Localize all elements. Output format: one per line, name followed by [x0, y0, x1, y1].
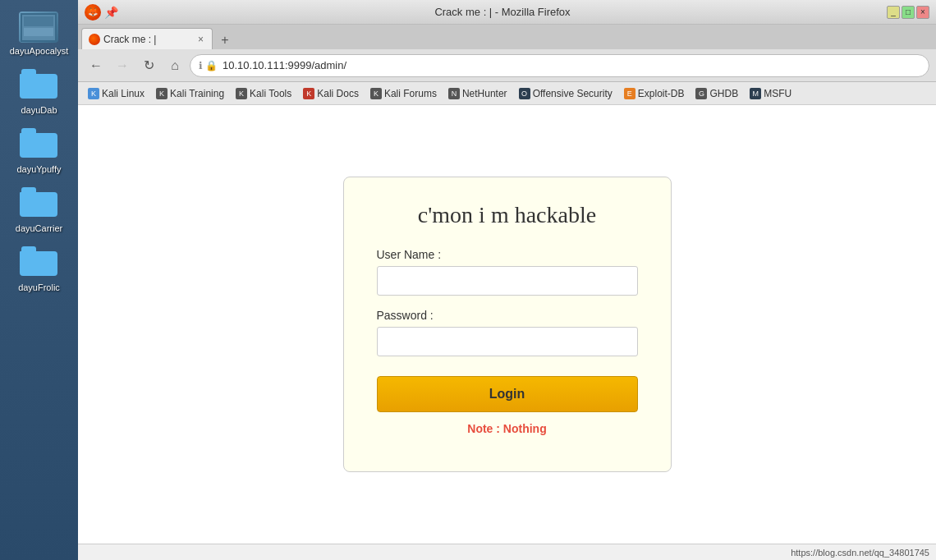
- bookmark-favicon-msfu: M: [750, 88, 761, 99]
- desktop-icon-label-apocalyst: dayuApocalyst: [10, 46, 69, 56]
- address-bar[interactable]: ℹ 🔒 10.10.10.111:9999/admin/: [190, 54, 929, 77]
- status-bar: https://blog.csdn.net/qq_34801745: [78, 544, 936, 560]
- desktop-icon-dab[interactable]: dayuDab: [16, 66, 62, 118]
- login-container: c'mon i m hackable User Name : Password …: [343, 177, 672, 472]
- title-bar-icons: 🦊 📌: [85, 4, 118, 21]
- bookmark-label-kali-linux: Kali Linux: [102, 88, 145, 99]
- bookmark-favicon-kali-tools: K: [236, 88, 247, 99]
- bookmark-label-msfu: MSFU: [764, 88, 791, 99]
- bookmark-nethunter[interactable]: N NetHunter: [443, 86, 512, 101]
- bookmark-kali-linux[interactable]: K Kali Linux: [83, 86, 149, 101]
- folder-dab: [20, 69, 59, 102]
- bookmark-favicon-kali-training: K: [156, 88, 167, 99]
- login-title: c'mon i m hackable: [418, 202, 596, 228]
- browser-tab-active[interactable]: Crack me : | ×: [81, 28, 213, 49]
- username-input[interactable]: [377, 266, 638, 296]
- url-display: 10.10.10.111:9999/admin/: [223, 59, 346, 71]
- bookmark-label-ghdb: GHDB: [709, 88, 738, 99]
- title-bar-text: Crack me : | - Mozilla Firefox: [125, 6, 880, 18]
- bookmark-favicon-offsec: O: [519, 88, 530, 99]
- bookmark-kali-training[interactable]: K Kali Training: [151, 86, 229, 101]
- title-bar-controls: _ □ ×: [887, 6, 929, 19]
- title-bar: 🦊 📌 Crack me : | - Mozilla Firefox _ □ ×: [78, 0, 936, 25]
- desktop-icon-carrier[interactable]: dayuCarrier: [12, 184, 66, 236]
- lock-icon: 🔒: [205, 60, 218, 71]
- folder-frolic: [20, 246, 59, 279]
- bookmark-offensive-security[interactable]: O Offensive Security: [514, 86, 617, 101]
- bookmark-label-kali-training: Kali Training: [170, 88, 224, 99]
- desktop-icon-label-carrier: dayuCarrier: [16, 223, 62, 233]
- username-label: User Name :: [377, 248, 638, 261]
- address-text: 10.10.10.111:9999/admin/: [223, 59, 920, 71]
- bookmark-favicon-kali-docs: K: [303, 88, 314, 99]
- info-icon: ℹ: [199, 60, 203, 71]
- minimize-button[interactable]: _: [887, 6, 900, 19]
- tab-title: Crack me : |: [103, 34, 193, 45]
- tab-bar: Crack me : | × +: [78, 25, 936, 49]
- bookmark-ghdb[interactable]: G GHDB: [691, 86, 743, 101]
- firefox-icon: 🦊: [85, 4, 101, 21]
- svg-rect-2: [24, 16, 53, 26]
- login-note: Note : Nothing: [467, 422, 546, 435]
- bookmark-favicon-exploitdb: E: [624, 88, 635, 99]
- bookmark-favicon-ghdb: G: [695, 88, 707, 99]
- desktop-icon-apocalyst[interactable]: dayuApocalyst: [7, 8, 72, 59]
- bookmark-kali-tools[interactable]: K Kali Tools: [231, 86, 296, 101]
- bookmark-label-kali-tools: Kali Tools: [250, 88, 291, 99]
- svg-rect-3: [24, 28, 53, 36]
- new-tab-button[interactable]: +: [214, 31, 236, 49]
- username-group: User Name :: [377, 248, 638, 296]
- desktop-icon-ypuffy[interactable]: dayuYpuffy: [13, 125, 64, 177]
- nav-bar: ← → ↻ ⌂ ℹ 🔒 10.10.10.111:9999/admin/: [78, 49, 936, 82]
- tab-close-button[interactable]: ×: [196, 34, 205, 45]
- bookmark-favicon-kali-forums: K: [370, 88, 382, 99]
- home-button[interactable]: ⌂: [163, 54, 186, 77]
- close-button[interactable]: ×: [916, 6, 929, 19]
- desktop-icon-frolic[interactable]: dayuFrolic: [15, 243, 63, 296]
- tab-favicon: [89, 34, 100, 45]
- login-button[interactable]: Login: [377, 376, 638, 412]
- bookmark-favicon-kali-linux: K: [88, 88, 99, 99]
- bookmarks-bar: K Kali Linux K Kali Training K Kali Tool…: [78, 82, 936, 105]
- pin-icon[interactable]: 📌: [104, 6, 118, 19]
- forward-button[interactable]: →: [111, 54, 134, 77]
- desktop-icon-label-ypuffy: dayuYpuffy: [16, 164, 61, 174]
- browser-window: 🦊 📌 Crack me : | - Mozilla Firefox _ □ ×…: [78, 0, 936, 560]
- bookmark-favicon-nethunter: N: [448, 88, 460, 99]
- password-label: Password :: [377, 309, 638, 322]
- password-group: Password :: [377, 309, 638, 356]
- bookmark-label-offsec: Offensive Security: [533, 88, 613, 99]
- reload-button[interactable]: ↻: [137, 54, 160, 77]
- desktop-icon-label-dab: dayuDab: [21, 105, 57, 115]
- folder-carrier: [20, 187, 59, 220]
- browser-content: c'mon i m hackable User Name : Password …: [78, 105, 936, 544]
- back-button[interactable]: ←: [85, 54, 108, 77]
- status-url: https://blog.csdn.net/qq_34801745: [791, 548, 929, 558]
- bookmark-exploit-db[interactable]: E Exploit-DB: [619, 86, 690, 101]
- folder-image-apocalyst: [19, 11, 58, 43]
- bookmark-kali-forums[interactable]: K Kali Forums: [365, 86, 442, 101]
- folder-ypuffy: [20, 128, 59, 161]
- maximize-button[interactable]: □: [902, 6, 915, 19]
- desktop-icon-label-frolic: dayuFrolic: [18, 282, 60, 292]
- desktop-sidebar: dayuApocalyst dayuDab dayuYpuffy dayuCar…: [0, 0, 78, 560]
- bookmark-label-nethunter: NetHunter: [462, 88, 507, 99]
- bookmark-msfu[interactable]: M MSFU: [745, 86, 796, 101]
- password-input[interactable]: [377, 327, 638, 356]
- bookmark-kali-docs[interactable]: K Kali Docs: [298, 86, 364, 101]
- address-security-icons: ℹ 🔒: [199, 60, 218, 71]
- bookmark-label-kali-docs: Kali Docs: [317, 88, 359, 99]
- bookmark-label-kali-forums: Kali Forums: [384, 88, 437, 99]
- bookmark-label-exploitdb: Exploit-DB: [638, 88, 685, 99]
